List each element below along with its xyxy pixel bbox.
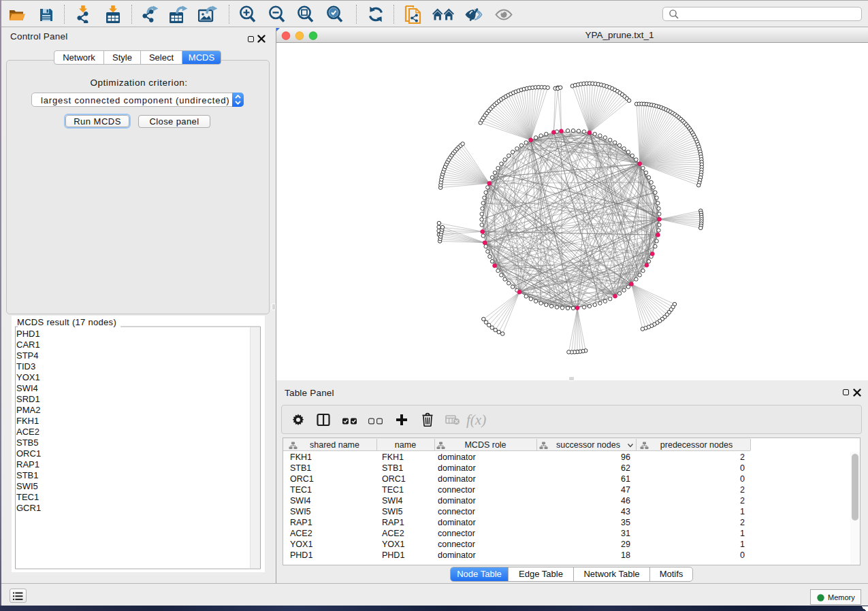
svg-text:f(x): f(x) xyxy=(466,412,486,428)
